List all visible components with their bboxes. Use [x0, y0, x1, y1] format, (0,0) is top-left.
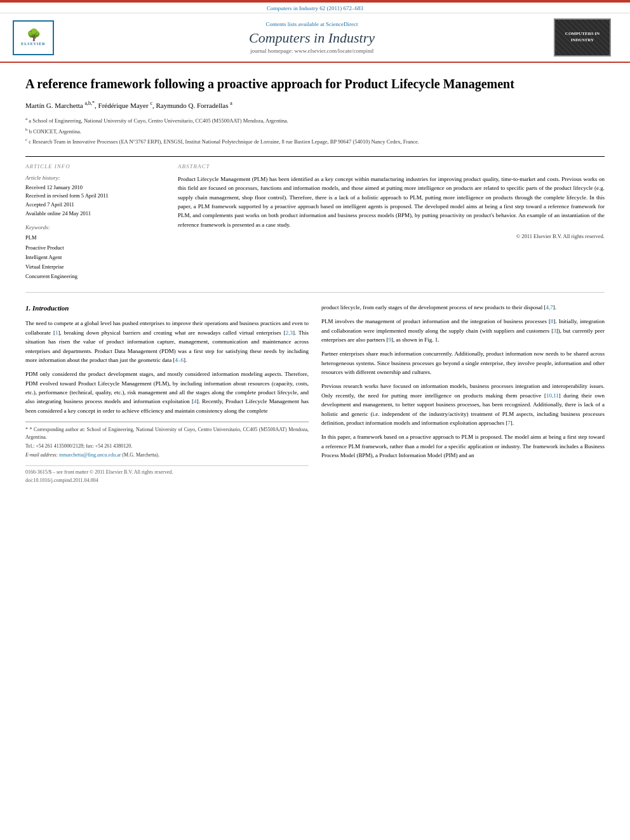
ref-2-3[interactable]: 2,3 [286, 330, 293, 336]
header-center: Contents lists available at ScienceDirec… [70, 21, 554, 54]
page: Computers in Industry 62 (2011) 672–683 … [0, 0, 630, 840]
affiliations: a a School of Engineering, National Univ… [25, 116, 605, 146]
footnote-star: * * Corresponding author at: School of E… [25, 426, 309, 441]
footnotes: * * Corresponding author at: School of E… [25, 422, 309, 459]
keyword-proactive: Proactive Product [25, 243, 165, 253]
body-para-r3: Partner enterprises share much informati… [321, 349, 605, 377]
elsevier-label: ELSEVIER [21, 42, 45, 46]
abstract-label: ABSTRACT [178, 163, 605, 170]
footnote-email: E-mail address: mmarchetta@fing.uncu.edu… [25, 451, 309, 459]
footnote-tel: Tel.: +54 261 4135000/2128; fax: +54 261… [25, 443, 309, 450]
article-info-column: ARTICLE INFO Article history: Received 1… [25, 163, 165, 282]
authors-text: Martín G. Marchetta a,b,*, Frédérique Ma… [25, 102, 232, 109]
body-para-r1: product lifecycle, from early stages of … [321, 303, 605, 312]
keyword-agent: Intelligent Agent [25, 253, 165, 262]
elsevier-logo-container: 🌳 ELSEVIER [13, 20, 70, 55]
body-two-columns: 1. Introduction The need to compete at a… [25, 303, 605, 488]
keyword-concurrent: Concurrent Engineering [25, 272, 165, 281]
ref-8[interactable]: 8 [551, 318, 554, 324]
section-divider [25, 292, 605, 293]
ref-10-11[interactable]: 10,11 [546, 392, 559, 399]
ref-9[interactable]: 9 [388, 337, 391, 343]
body-para-r4: Previous research works have focused on … [321, 382, 605, 427]
journal-ref-text: Computers in Industry 62 (2011) 672–683 [267, 5, 363, 11]
body-para-r5: In this paper, a framework based on a pr… [321, 432, 605, 460]
article-dates: Received 12 January 2010 Received in rev… [25, 183, 165, 218]
journal-reference-bar: Computers in Industry 62 (2011) 672–683 [0, 3, 630, 13]
keywords-list: PLM Proactive Product Intelligent Agent … [25, 233, 165, 281]
body-left-column: 1. Introduction The need to compete at a… [25, 303, 309, 488]
journal-homepage: journal homepage: www.elsevier.com/locat… [70, 48, 554, 54]
section1-heading: 1. Introduction [25, 303, 309, 314]
keywords-label: Keywords: [25, 224, 165, 230]
abstract-text: Product Lifecycle Management (PLM) has b… [178, 175, 605, 229]
computers-industry-logo: COMPUTERS IN INDUSTRY [554, 18, 611, 57]
body-para-2: PDM only considered the product developm… [25, 370, 309, 415]
article-title: A reference framework following a proact… [25, 76, 605, 92]
article-info-abstract-section: ARTICLE INFO Article history: Received 1… [25, 156, 605, 282]
article-info-label: ARTICLE INFO [25, 163, 165, 170]
abstract-column: ABSTRACT Product Lifecycle Management (P… [178, 163, 605, 282]
affiliation-c: c c Research Team in Innovative Processe… [25, 137, 605, 146]
ref-7[interactable]: 7 [507, 420, 511, 426]
ref-4-6[interactable]: 4–6 [175, 357, 184, 363]
copyright-line: © 2011 Elsevier B.V. All rights reserved… [178, 233, 605, 239]
email-link[interactable]: mmarchetta@fing.uncu.edu.ar [59, 452, 121, 458]
authors-line: Martín G. Marchetta a,b,*, Frédérique Ma… [25, 100, 605, 110]
body-para-1: The need to compete at a global level ha… [25, 319, 309, 364]
revised-date: Received in revised form 5 April 2011 [25, 192, 165, 201]
online-date: Available online 24 May 2011 [25, 210, 165, 218]
journal-title: Computers in Industry [70, 30, 554, 46]
affiliation-b: b b CONICET, Argentina. [25, 126, 605, 136]
keyword-plm: PLM [25, 233, 165, 243]
received-date: Received 12 January 2010 [25, 183, 165, 192]
keyword-virtual: Virtual Enterprise [25, 262, 165, 272]
ci-logo-container: COMPUTERS IN INDUSTRY [554, 18, 617, 57]
ref-1[interactable]: 1 [55, 330, 58, 336]
elsevier-box: 🌳 ELSEVIER [13, 20, 54, 55]
ci-logo-text: COMPUTERS IN INDUSTRY [565, 31, 600, 44]
accepted-date: Accepted 7 April 2011 [25, 201, 165, 210]
ref-3[interactable]: 3 [553, 328, 556, 334]
main-content: A reference framework following a proact… [0, 63, 630, 500]
ref-4-7[interactable]: 4,7 [546, 304, 553, 310]
elsevier-tree-icon: 🌳 [27, 29, 41, 41]
affiliation-a: a a School of Engineering, National Univ… [25, 116, 605, 125]
article-history-label: Article history: [25, 175, 165, 181]
body-right-column: product lifecycle, from early stages of … [321, 303, 605, 488]
header: 🌳 ELSEVIER Contents lists available at S… [0, 13, 630, 63]
ref-4[interactable]: 4 [194, 398, 197, 404]
contents-link[interactable]: Contents lists available at ScienceDirec… [70, 21, 554, 27]
body-para-r2: PLM involves the management of product i… [321, 317, 605, 344]
bottom-info: 0166-3615/$ – see front matter © 2011 El… [25, 465, 309, 488]
issn-text: 0166-3615/$ – see front matter © 2011 El… [25, 469, 173, 485]
